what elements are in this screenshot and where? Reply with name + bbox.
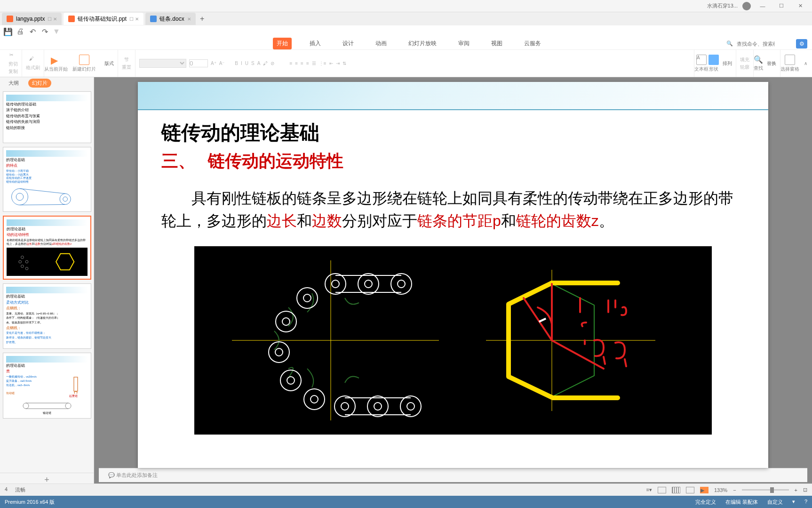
- undo-icon[interactable]: ↶: [28, 27, 37, 36]
- indent-decrease-icon[interactable]: ⇤: [329, 61, 333, 66]
- bold-icon[interactable]: B: [235, 61, 238, 66]
- slideshow-view-button[interactable]: ▶: [700, 487, 709, 493]
- normal-view-button[interactable]: [658, 487, 666, 493]
- print-icon[interactable]: 🖨: [16, 27, 24, 36]
- underline-icon[interactable]: U: [245, 61, 248, 66]
- close-icon[interactable]: ✕: [187, 16, 191, 22]
- tab-insert[interactable]: 插入: [306, 38, 325, 49]
- tab-slideshow[interactable]: 幻灯片放映: [405, 38, 440, 49]
- section-button[interactable]: 节: [124, 56, 129, 63]
- new-slide-button[interactable]: 新建幻灯片: [72, 55, 96, 73]
- collapse-ribbon-icon[interactable]: ∧: [804, 61, 807, 66]
- format-painter-icon[interactable]: 🖌: [29, 56, 37, 64]
- redo-icon[interactable]: ↷: [40, 27, 49, 36]
- maximize-button[interactable]: ☐: [774, 1, 788, 11]
- align-left-icon[interactable]: ≡: [289, 61, 292, 66]
- decrease-font-icon[interactable]: A⁻: [219, 61, 225, 66]
- tab-view[interactable]: 视图: [487, 38, 506, 49]
- strike-icon[interactable]: S: [251, 61, 255, 66]
- clear-format-icon[interactable]: ⊘: [271, 61, 274, 66]
- numbering-icon[interactable]: ⋮≡: [319, 61, 326, 66]
- slide-subtitle[interactable]: 三、 链传动的运动特性: [161, 150, 745, 173]
- shape-button[interactable]: 形状: [709, 55, 719, 73]
- svg-point-15: [65, 403, 71, 409]
- new-tab-button[interactable]: +: [198, 14, 207, 24]
- close-button[interactable]: ✕: [793, 1, 807, 11]
- user-label: 水滴石穿13...: [707, 2, 738, 9]
- font-color-icon[interactable]: A: [257, 61, 261, 66]
- arrange-button[interactable]: 排列: [723, 60, 732, 67]
- layout-button[interactable]: 版式: [104, 60, 114, 67]
- fill-button[interactable]: 填充: [740, 56, 749, 63]
- notes-area[interactable]: 💬 单击此处添加备注: [99, 468, 807, 482]
- svg-point-36: [334, 396, 355, 417]
- reset-button[interactable]: 重置: [122, 64, 131, 71]
- zoom-slider[interactable]: [742, 489, 789, 491]
- tab-home[interactable]: 开始: [273, 38, 292, 49]
- notes-toggle-icon[interactable]: ≡▾: [646, 487, 652, 493]
- indent-increase-icon[interactable]: ⇥: [336, 61, 340, 66]
- doc-tab-chain-ppt[interactable]: 链传动基础知识.ppt ☐ ✕: [64, 13, 143, 25]
- slide-thumb-4[interactable]: 的理论基础 柔动方式对比 点钢线： 质量、无滑动、放置高（η=0.95~0.98…: [3, 283, 91, 348]
- font-size-input[interactable]: [189, 59, 208, 67]
- slide-thumb-1[interactable]: 链传动的理论基础 滚子链的介绍 链传动的布置与张紧 链传动的失效与润滑 链轮的联…: [3, 91, 91, 143]
- svg-point-35: [310, 395, 318, 403]
- zoom-label[interactable]: 133%: [714, 487, 727, 493]
- reading-view-button[interactable]: [686, 487, 694, 493]
- font-select[interactable]: [139, 59, 186, 68]
- line-spacing-icon[interactable]: ⇅: [342, 61, 346, 66]
- replace-button[interactable]: 替换: [767, 60, 776, 67]
- slide-thumb-2[interactable]: 的理论基础 的特点 带传动：小而平稳链传动：小距离大齿轮传动的工作速度链传动的运…: [3, 147, 91, 212]
- avatar-icon[interactable]: [742, 2, 751, 10]
- tab-design[interactable]: 设计: [339, 38, 358, 49]
- close-icon[interactable]: ☐ ✕: [129, 16, 139, 22]
- svg-point-33: [287, 377, 295, 384]
- textbox-button[interactable]: A 文本框: [694, 55, 709, 73]
- align-justify-icon[interactable]: ≡: [306, 61, 309, 66]
- command-search[interactable]: 🔍: [726, 40, 774, 47]
- doc-tab-chain-docx[interactable]: 链条.docx ✕: [145, 13, 196, 25]
- thumbnail-list[interactable]: 链传动的理论基础 滚子链的介绍 链传动的布置与张紧 链传动的失效与润滑 链轮的联…: [0, 89, 94, 473]
- tab-review[interactable]: 审阅: [454, 38, 473, 49]
- select-pane-button[interactable]: 选择窗格: [780, 55, 799, 73]
- tab-animation[interactable]: 动画: [372, 38, 390, 49]
- outline-button[interactable]: 轮廓: [740, 64, 749, 71]
- sorter-view-button[interactable]: [672, 487, 680, 493]
- fit-window-button[interactable]: ⊡: [803, 487, 807, 493]
- align-right-icon[interactable]: ≡: [301, 61, 303, 66]
- settings-button[interactable]: ⚙: [796, 39, 807, 48]
- zoom-out-button[interactable]: −: [733, 487, 736, 493]
- slide-thumb-5[interactable]: 的理论基础 类 一般机械传动，v≤30m/s 提升装备，v≤0.5m/s 传送机…: [3, 353, 91, 419]
- slide-title[interactable]: 链传动的理论基础: [161, 120, 745, 146]
- increase-font-icon[interactable]: A⁺: [211, 61, 216, 66]
- search-input[interactable]: [737, 41, 774, 47]
- bullets-icon[interactable]: ☰: [312, 61, 316, 66]
- slides-tab[interactable]: 幻灯片: [28, 79, 51, 88]
- save-icon[interactable]: 💾: [4, 27, 12, 36]
- svg-point-28: [276, 311, 296, 332]
- current-slide[interactable]: 链传动的理论基础 三、 链传动的运动特性 具有刚性链板的链条呈多边形绕在链轮上如…: [138, 82, 768, 468]
- slide-body-text[interactable]: 具有刚性链板的链条呈多边形绕在链轮上如同具有柔性的传动带绕在正多边形的带轮上，多…: [161, 187, 745, 232]
- outline-tab[interactable]: 大纲: [5, 79, 23, 88]
- align-center-icon[interactable]: ≡: [295, 61, 298, 66]
- highlight-icon[interactable]: 🖍: [263, 61, 268, 66]
- doc-tab-langya[interactable]: langya.pptx ☐ ✕: [2, 13, 62, 25]
- slide-diagram[interactable]: [194, 246, 712, 435]
- svg-point-20: [325, 274, 346, 294]
- copy-label[interactable]: 复制: [8, 68, 18, 75]
- status-help-icon[interactable]: ?: [804, 499, 807, 506]
- svg-point-14: [23, 403, 29, 409]
- status-dropdown-icon[interactable]: ▾: [792, 499, 795, 506]
- start-slideshow-button[interactable]: ▶ 从当前开始: [44, 55, 68, 73]
- app-status-bar: Premium 2016 x64 版 完全定义 在编辑 装配体 自定义 ▾ ?: [0, 496, 812, 508]
- close-icon[interactable]: ☐ ✕: [48, 16, 57, 22]
- slide-thumb-3[interactable]: 的理论基础 动的运动特性 名称的链条是多边形绕在链轮上如同具有柔性的带绕过多边的…: [3, 216, 91, 280]
- svg-rect-51: [539, 318, 546, 323]
- tab-cloud[interactable]: 云服务: [520, 38, 545, 49]
- zoom-in-button[interactable]: +: [795, 487, 797, 493]
- svg-point-8: [19, 260, 22, 263]
- find-button[interactable]: 🔍 查找: [754, 55, 763, 72]
- cut-icon[interactable]: ✂: [9, 52, 17, 60]
- minimize-button[interactable]: —: [756, 1, 770, 11]
- italic-icon[interactable]: I: [241, 61, 242, 66]
